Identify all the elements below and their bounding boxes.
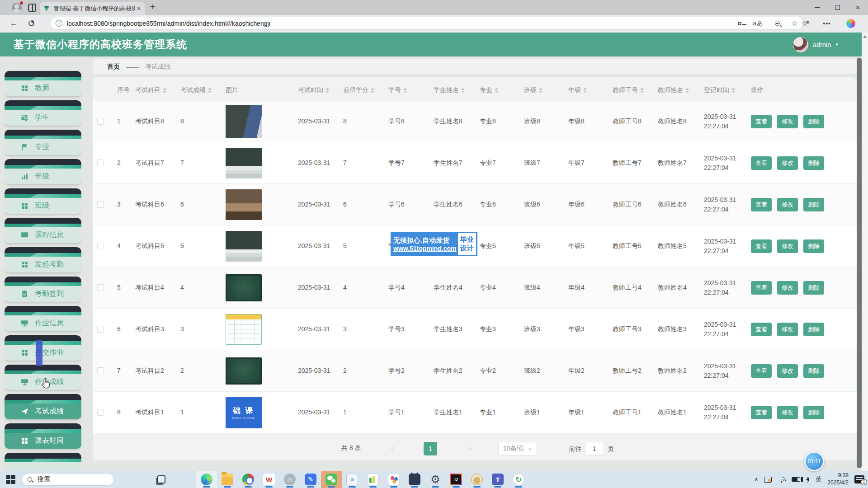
close-button[interactable]: ✕ [848,0,868,15]
exam-image[interactable] [226,314,262,345]
view-button[interactable]: 查看 [751,364,772,378]
row-checkbox[interactable] [97,284,104,291]
sort-carets-icon[interactable] [685,88,689,93]
user-menu[interactable]: admin ▾ [793,37,838,52]
goto-page-input[interactable] [585,442,604,455]
sidebar-item[interactable]: 发起考勤 [5,247,81,272]
taskbar-app[interactable]: W [259,471,279,488]
password-key-icon[interactable] [738,22,741,25]
view-button[interactable]: 查看 [751,156,772,170]
delete-button[interactable]: 删除 [803,156,824,170]
row-checkbox[interactable] [97,201,104,208]
taskbar-app[interactable] [196,471,217,488]
taskbar-app[interactable] [321,471,342,488]
sidebar-item[interactable]: 课表时间 [5,423,81,449]
edit-button[interactable]: 修改 [777,239,798,253]
exam-image[interactable] [226,189,262,220]
taskbar-app[interactable] [363,471,383,488]
taskbar-app[interactable]: IJ [446,471,467,488]
table-header-cell[interactable]: 教师工号 [611,86,656,94]
new-tab-button[interactable]: + [150,2,156,12]
row-checkbox[interactable] [97,409,104,416]
sidebar-item[interactable]: 提交作业 [5,335,81,361]
sidebar-item[interactable]: 教师 [5,71,81,96]
taskbar-clock[interactable]: 9:38 2025/4/2 [827,472,849,486]
delete-button[interactable]: 删除 [803,406,824,419]
maximize-button[interactable] [827,0,848,15]
taskbar-app[interactable] [467,471,487,488]
browser-menu-icon[interactable]: ••• [823,20,831,27]
favorite-star-icon[interactable]: ☆ [792,19,798,28]
sidebar-item[interactable]: 班级 [5,188,81,214]
table-header-cell[interactable]: 获得学分 [341,86,387,94]
page-size-select[interactable]: 10条/页 ∨ [498,442,536,455]
exam-image[interactable]: 础 课BASIC COURSE [226,397,262,428]
table-header-cell[interactable]: 年级 [566,86,611,94]
delete-button[interactable]: 删除 [803,323,824,336]
delete-button[interactable]: 删除 [803,198,824,211]
view-button[interactable]: 查看 [751,115,772,128]
sort-carets-icon[interactable] [731,88,735,93]
taskbar-app[interactable] [175,471,196,488]
table-header-cell[interactable]: 专业 [478,86,522,94]
sidebar-item[interactable]: 专业 [5,130,81,155]
taskbar-app[interactable]: ⚙ [425,471,446,488]
table-header-cell[interactable]: 操作 [749,86,857,94]
taskbar-app[interactable]: ☺ [279,471,300,488]
table-header-cell[interactable]: 考试时间 [296,86,341,94]
exam-image[interactable] [226,105,262,138]
view-button[interactable]: 查看 [751,281,772,295]
sidebar-item[interactable]: 年级 [5,159,81,184]
row-checkbox[interactable] [97,160,104,166]
favorites-bar-icon[interactable]: ☆ [801,19,807,28]
table-header-cell[interactable]: 考试成绩 [179,86,224,94]
row-checkbox[interactable] [97,118,104,125]
back-icon[interactable]: ← [10,19,18,28]
minimize-button[interactable] [807,0,827,15]
tab-close-icon[interactable]: ✕ [137,5,141,12]
sort-carets-icon[interactable] [403,88,407,93]
view-button[interactable]: 查看 [751,323,772,336]
sort-carets-icon[interactable] [208,88,212,93]
edit-button[interactable]: 修改 [777,364,798,378]
edit-button[interactable]: 修改 [777,406,798,419]
input-language[interactable]: 英 [815,475,821,483]
row-checkbox[interactable] [97,243,104,249]
table-header-cell[interactable]: 序号 [111,86,133,94]
taskbar-app[interactable] [383,471,404,488]
row-checkbox[interactable] [97,326,104,333]
edit-button[interactable]: 修改 [777,115,798,128]
sort-carets-icon[interactable] [539,88,542,93]
recording-timer[interactable]: 01:11 [804,451,824,471]
refresh-icon[interactable] [28,20,34,26]
delete-button[interactable]: 删除 [803,364,824,378]
translate-icon[interactable]: aあ [753,19,763,28]
exam-image[interactable] [226,357,262,385]
delete-button[interactable]: 删除 [803,115,824,128]
sort-carets-icon[interactable] [640,88,644,93]
address-bar[interactable]: i localhost:8080/springbootpe855rmi/admi… [50,17,804,30]
task-view-icon[interactable] [157,475,165,483]
sort-carets-icon[interactable] [461,88,465,93]
taskbar-app[interactable] [217,471,238,488]
wifi-icon[interactable] [778,477,786,483]
delete-button[interactable]: 删除 [803,239,824,253]
table-header-cell[interactable]: 登记时间 [702,86,749,94]
table-header-cell[interactable]: 图片 [224,86,296,94]
view-button[interactable]: 查看 [751,198,772,211]
table-header-cell[interactable]: 班级 [522,86,566,94]
site-info-icon[interactable]: i [56,20,62,27]
avatar[interactable] [793,37,808,52]
edit-button[interactable]: 修改 [777,198,798,211]
sort-carets-icon[interactable] [495,88,498,93]
sidebar-item[interactable]: 作业信息 [5,306,81,331]
taskbar-app[interactable] [404,471,425,488]
window-scrollbar[interactable] [862,33,868,471]
sort-carets-icon[interactable] [163,88,166,93]
sidebar-item[interactable]: 考勤签到 [5,277,81,302]
view-button[interactable]: 查看 [751,239,772,253]
scrollbar-up-icon[interactable] [863,35,867,38]
row-checkbox[interactable] [97,367,104,374]
taskbar-app[interactable] [238,471,259,488]
tray-chevron-up-icon[interactable]: ∧ [754,476,758,483]
